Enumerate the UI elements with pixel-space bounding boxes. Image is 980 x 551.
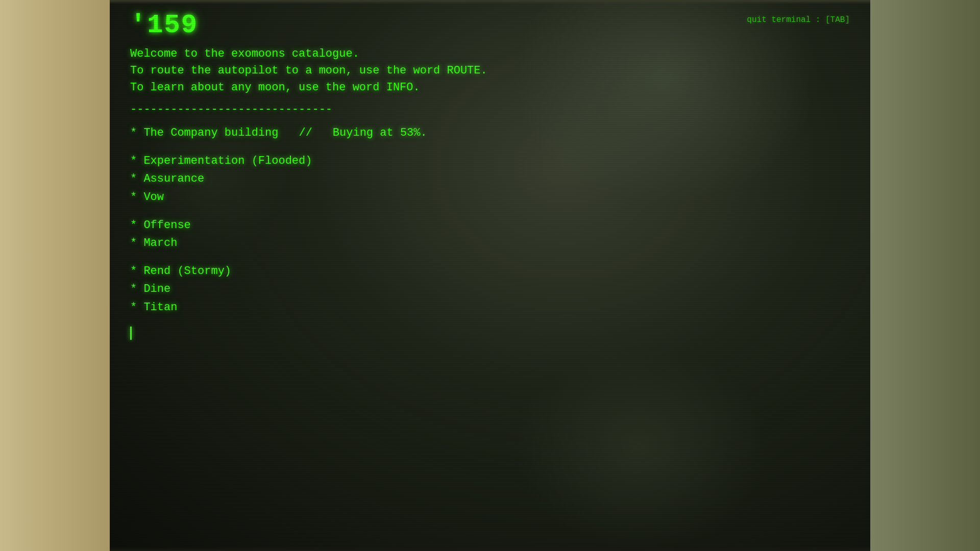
company-entry: * The Company building // Buying at 53%. xyxy=(130,124,850,142)
welcome-line1: Welcome to the exomoons catalogue. xyxy=(130,45,850,62)
counter-prefix: ' xyxy=(130,10,147,40)
company-separator: // xyxy=(299,124,312,142)
welcome-section: Welcome to the exomoons catalogue. To ro… xyxy=(130,45,850,96)
moon-march: * March xyxy=(130,234,850,252)
moon-offense: * Offense xyxy=(130,216,850,234)
moon-group-2: * Offense * March xyxy=(130,216,850,252)
counter-value: 159 xyxy=(147,10,198,40)
moon-dine: * Dine xyxy=(130,280,850,298)
moon-titan: * Titan xyxy=(130,298,850,316)
terminal-content: '159 quit terminal : [TAB] Welcome to th… xyxy=(110,0,870,551)
moon-rend: * Rend (Stormy) xyxy=(130,262,850,280)
moon-assurance: * Assurance xyxy=(130,170,850,188)
company-name: * The Company building xyxy=(130,124,278,142)
right-monitor-panel xyxy=(870,0,980,551)
company-group: * The Company building // Buying at 53%. xyxy=(130,124,850,142)
moon-group-3: * Rend (Stormy) * Dine * Titan xyxy=(130,262,850,316)
cursor-line[interactable] xyxy=(130,327,850,340)
welcome-line2-text: To route the autopilot to a moon, use th… xyxy=(130,64,440,77)
tick-counter: '159 xyxy=(130,10,198,40)
outer-frame: '159 quit terminal : [TAB] Welcome to th… xyxy=(0,0,980,551)
left-monitor-panel xyxy=(0,0,110,551)
screen-border-top xyxy=(110,0,870,4)
moon-experimentation: * Experimentation (Flooded) xyxy=(130,152,850,170)
welcome-route-word: ROUTE. xyxy=(447,64,487,77)
quit-hint-text: quit terminal : [TAB] xyxy=(747,15,850,24)
welcome-line3: To learn about any moon, use the word IN… xyxy=(130,79,850,96)
company-buying: Buying at 53%. xyxy=(333,124,427,142)
moon-vow: * Vow xyxy=(130,188,850,206)
moon-list: * The Company building // Buying at 53%.… xyxy=(130,124,850,316)
top-bar: '159 quit terminal : [TAB] xyxy=(130,10,850,40)
welcome-line2: To route the autopilot to a moon, use th… xyxy=(130,62,850,79)
screen-border-bottom xyxy=(110,547,870,551)
divider: ------------------------------ xyxy=(130,101,850,118)
cursor-blink xyxy=(130,327,132,340)
moon-group-1: * Experimentation (Flooded) * Assurance … xyxy=(130,152,850,206)
terminal-screen: '159 quit terminal : [TAB] Welcome to th… xyxy=(110,0,870,551)
